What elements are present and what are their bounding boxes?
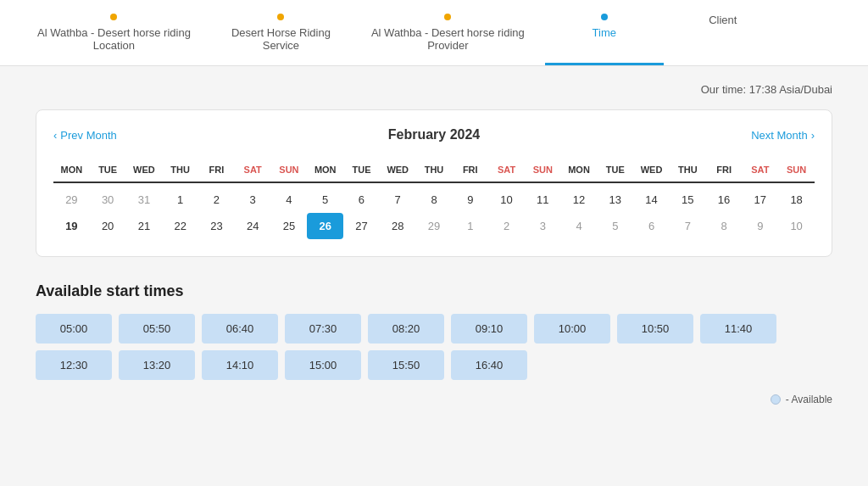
day-header-16: WED <box>633 159 670 183</box>
week2-day-7[interactable]: 26 <box>307 213 343 239</box>
week1-day-4[interactable]: 2 <box>198 187 235 213</box>
week2-day-6[interactable]: 25 <box>271 213 308 239</box>
time-slot-0550[interactable]: 05:50 <box>119 314 195 344</box>
day-header-10: THU <box>416 159 453 183</box>
week1-day-16[interactable]: 14 <box>633 187 670 213</box>
next-month-label: Next Month <box>751 129 807 142</box>
day-header-20: SUN <box>778 159 815 183</box>
day-header-13: SUN <box>525 159 561 183</box>
week2-day-13: 3 <box>525 213 561 239</box>
time-slot-0910[interactable]: 09:10 <box>451 314 527 344</box>
nav-service-label: Desert Horse RidingService <box>231 26 331 52</box>
week1-day-20[interactable]: 18 <box>778 187 815 213</box>
time-slot-1230[interactable]: 12:30 <box>36 350 112 380</box>
content-area: Our time: 17:38 Asia/Dubai ‹ Prev Month … <box>10 66 858 422</box>
day-header-15: TUE <box>597 159 633 183</box>
nav-location[interactable]: Al Wathba - Desert horse ridingLocation <box>17 0 211 65</box>
day-header-3: THU <box>162 159 198 183</box>
nav-provider[interactable]: Al Wathba - Desert horse ridingProvider <box>351 0 545 65</box>
week1-day-19[interactable]: 17 <box>742 187 778 213</box>
week2-day-19: 9 <box>742 213 778 239</box>
nav-client[interactable]: Client <box>664 0 782 65</box>
dot-time <box>601 14 608 20</box>
week1-day-3[interactable]: 1 <box>162 187 198 213</box>
week2-day-2[interactable]: 21 <box>126 213 163 239</box>
nav-provider-label: Al Wathba - Desert horse ridingProvider <box>371 26 525 52</box>
week2-day-0[interactable]: 19 <box>53 213 90 239</box>
week1-day-15[interactable]: 13 <box>597 187 633 213</box>
day-header-12: SAT <box>488 159 525 183</box>
week1-day-14[interactable]: 12 <box>561 187 598 213</box>
nav-location-label: Al Wathba - Desert horse ridingLocation <box>37 26 191 52</box>
calendar-container: ‹ Prev Month February 2024 Next Month › … <box>36 109 832 257</box>
week2-day-17: 7 <box>670 213 706 239</box>
prev-month-label: Prev Month <box>60 129 116 142</box>
time-slot-0820[interactable]: 08:20 <box>368 314 444 344</box>
timezone-info: Our time: 17:38 Asia/Dubai <box>36 83 832 96</box>
prev-month-button[interactable]: ‹ Prev Month <box>53 129 117 142</box>
dot-provider <box>444 14 451 20</box>
week1-day-9[interactable]: 7 <box>380 187 416 213</box>
time-slot-1500[interactable]: 15:00 <box>285 350 361 380</box>
chevron-left-icon: ‹ <box>53 129 57 142</box>
day-header-8: TUE <box>343 159 380 183</box>
day-header-7: MON <box>307 159 343 183</box>
week1-day-18[interactable]: 16 <box>706 187 743 213</box>
day-header-14: MON <box>561 159 598 183</box>
time-slot-1550[interactable]: 15:50 <box>368 350 444 380</box>
time-slot-0500[interactable]: 05:00 <box>36 314 112 344</box>
week2-day-14: 4 <box>561 213 598 239</box>
day-header-19: SAT <box>742 159 778 183</box>
week1-day-17[interactable]: 15 <box>670 187 706 213</box>
time-slot-1320[interactable]: 13:20 <box>119 350 195 380</box>
time-slots-row2: 12:3013:2014:1015:0015:5016:40 <box>36 350 832 380</box>
nav-service[interactable]: Desert Horse RidingService <box>211 0 351 65</box>
week2-day-10: 29 <box>416 213 453 239</box>
time-slot-1410[interactable]: 14:10 <box>202 350 278 380</box>
week2-day-18: 8 <box>706 213 743 239</box>
week2-day-11: 1 <box>452 213 488 239</box>
week1-day-0: 29 <box>53 187 90 213</box>
week1-day-2: 31 <box>126 187 163 213</box>
week2-day-3[interactable]: 22 <box>162 213 198 239</box>
time-slot-0640[interactable]: 06:40 <box>202 314 278 344</box>
day-header-0: MON <box>53 159 90 183</box>
timezone-text: Our time: 17:38 Asia/Dubai <box>701 83 832 96</box>
time-slot-0730[interactable]: 07:30 <box>285 314 361 344</box>
chevron-right-icon: › <box>811 129 815 142</box>
time-slot-1000[interactable]: 10:00 <box>534 314 610 344</box>
legend-dot <box>771 394 781 405</box>
legend-label: - Available <box>786 394 832 405</box>
week2-day-16: 6 <box>633 213 670 239</box>
dot-service <box>277 14 284 20</box>
next-month-button[interactable]: Next Month › <box>751 129 815 142</box>
week1-day-8[interactable]: 6 <box>343 187 380 213</box>
week1-day-11[interactable]: 9 <box>452 187 488 213</box>
week2-day-8[interactable]: 27 <box>343 213 380 239</box>
legend: - Available <box>36 394 832 405</box>
week1-day-12[interactable]: 10 <box>488 187 525 213</box>
day-header-9: WED <box>380 159 416 183</box>
week1-day-10[interactable]: 8 <box>416 187 453 213</box>
week2-day-12: 2 <box>488 213 525 239</box>
week1-day-7[interactable]: 5 <box>307 187 343 213</box>
dot-location <box>110 14 117 20</box>
week2-day-9[interactable]: 28 <box>380 213 416 239</box>
week1-day-5[interactable]: 3 <box>235 187 271 213</box>
week1-day-6[interactable]: 4 <box>271 187 308 213</box>
nav-time[interactable]: Time <box>545 0 664 65</box>
day-header-17: THU <box>670 159 706 183</box>
day-header-18: FRI <box>706 159 743 183</box>
week2-day-1[interactable]: 20 <box>90 213 126 239</box>
week2-day-4[interactable]: 23 <box>198 213 235 239</box>
day-header-11: FRI <box>452 159 488 183</box>
calendar-grid: MONTUEWEDTHUFRISATSUNMONTUEWEDTHUFRISATS… <box>53 159 815 239</box>
time-slot-1050[interactable]: 10:50 <box>617 314 693 344</box>
time-slot-1140[interactable]: 11:40 <box>700 314 776 344</box>
day-header-6: SUN <box>271 159 308 183</box>
week1-day-13[interactable]: 11 <box>525 187 561 213</box>
time-slot-1640[interactable]: 16:40 <box>451 350 527 380</box>
nav-client-label: Client <box>684 14 762 26</box>
day-header-1: TUE <box>90 159 126 183</box>
week2-day-5[interactable]: 24 <box>235 213 271 239</box>
